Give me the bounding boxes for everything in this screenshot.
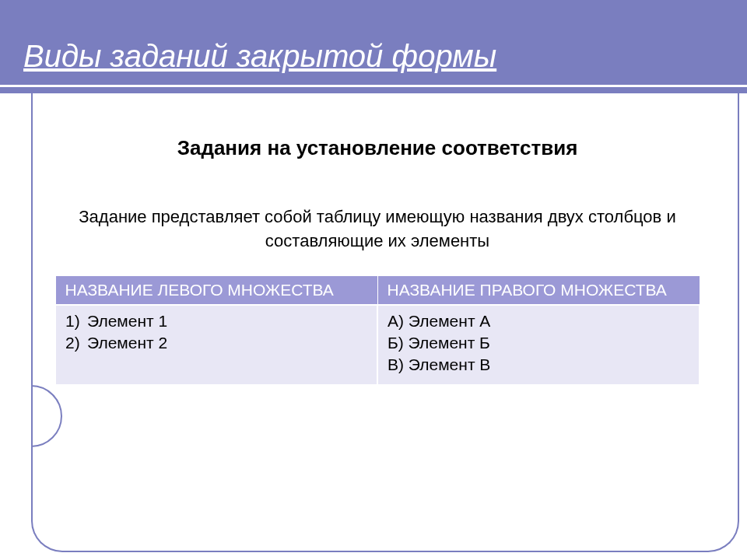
content-subtitle: Задания на установление соответствия <box>54 136 700 160</box>
table-header-right: НАЗВАНИЕ ПРАВОГО МНОЖЕСТВА <box>377 275 700 305</box>
list-item: В) Элемент В <box>388 354 689 376</box>
list-item: Б) Элемент Б <box>388 332 689 354</box>
list-item: А) Элемент А <box>388 310 689 332</box>
content-description: Задание представляет собой таблицу имеющ… <box>54 205 700 254</box>
list-item: 2) Элемент 2 <box>87 332 367 354</box>
slide-content: Задания на установление соответствия Зад… <box>0 93 747 401</box>
item-marker: 1) <box>65 310 80 332</box>
correspondence-table: НАЗВАНИЕ ЛЕВОГО МНОЖЕСТВА НАЗВАНИЕ ПРАВО… <box>54 275 700 386</box>
list-item: 1) Элемент 1 <box>87 310 367 332</box>
table-cell-right: А) Элемент А Б) Элемент Б В) Элемент В <box>377 305 700 385</box>
slide-title: Виды заданий закрытой формы <box>0 0 747 74</box>
item-marker: 2) <box>65 332 80 354</box>
header-underline <box>0 85 747 87</box>
item-text: Элемент 1 <box>87 312 167 330</box>
table-header-left: НАЗВАНИЕ ЛЕВОГО МНОЖЕСТВА <box>55 275 377 305</box>
item-text: Элемент 2 <box>87 334 167 352</box>
table-cell-left: 1) Элемент 1 2) Элемент 2 <box>55 305 377 385</box>
slide-header: Виды заданий закрытой формы <box>0 0 747 93</box>
table-row: 1) Элемент 1 2) Элемент 2 А) Элемент А Б… <box>55 305 700 385</box>
table-header-row: НАЗВАНИЕ ЛЕВОГО МНОЖЕСТВА НАЗВАНИЕ ПРАВО… <box>55 275 700 305</box>
